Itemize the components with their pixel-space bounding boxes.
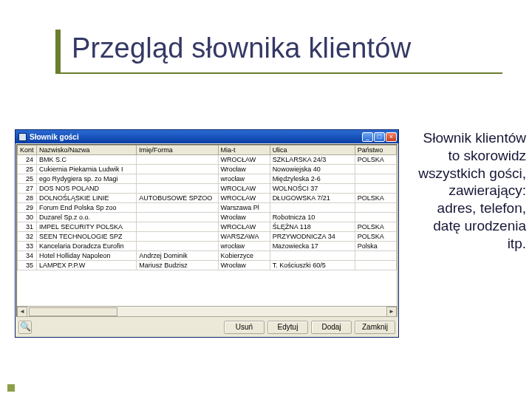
desc-line: Słownik klientów	[408, 129, 526, 147]
cell-form	[137, 203, 218, 213]
col-form[interactable]: Imię/Forma	[137, 146, 218, 155]
cell-city: wrocław	[218, 174, 270, 184]
cell-form	[137, 213, 218, 222]
table-row[interactable]: 24BMK S.CWROCŁAWSZKLARSKA 24/3POLSKA	[18, 155, 397, 165]
cell-form	[137, 222, 218, 232]
cell-id: 27	[18, 184, 37, 194]
edit-button[interactable]: Edytuj	[267, 321, 308, 334]
cell-country	[355, 261, 396, 270]
cell-id: 29	[18, 203, 37, 213]
cell-name: BMK S.C	[37, 155, 137, 165]
cell-street: WOLNOŚCI 37	[270, 184, 355, 194]
cell-country: POLSKA	[355, 232, 396, 242]
table-row[interactable]: 25ego Rydygiera sp. zo MagiwrocławMiędzy…	[18, 174, 397, 184]
cell-city: wrocław	[218, 242, 270, 251]
delete-button[interactable]: Usuń	[224, 321, 265, 334]
table-row[interactable]: 31IMPEL SECURITY POLSKAWROCŁAWŚLĘŻNA 118…	[18, 222, 397, 232]
cell-form	[137, 242, 218, 251]
scroll-track[interactable]	[27, 307, 386, 316]
cell-id: 32	[18, 232, 37, 242]
horizontal-scrollbar[interactable]: ◄ ►	[17, 306, 397, 316]
cell-country	[355, 184, 396, 194]
table-row[interactable]: 34Hotel Holliday NapoleonAndrzej Dominik…	[18, 251, 397, 261]
title-accent-vertical	[55, 30, 61, 72]
cell-name: IMPEL SECURITY POLSKA	[37, 222, 137, 232]
col-street[interactable]: Ulica	[270, 146, 355, 155]
table-row[interactable]: 33Kancelaria Doradcza EurofinwrocławMazo…	[18, 242, 397, 251]
search-button[interactable]: 🔍	[18, 321, 32, 334]
cell-city: WROCŁAW	[218, 194, 270, 203]
col-name[interactable]: Nazwisko/Nazwa	[37, 146, 137, 155]
col-country[interactable]: Państwo	[355, 146, 396, 155]
cell-city: Kobierzyce	[218, 251, 270, 261]
desc-line: adres, telefon,	[408, 200, 526, 217]
table-row[interactable]: 29Forum End Polska Sp zooWarszawa Pl	[18, 203, 397, 213]
cell-name: DOS NOS POLAND	[37, 184, 137, 194]
scroll-left-button[interactable]: ◄	[17, 307, 27, 317]
cell-street: PRZYWODNICZA 34	[270, 232, 355, 242]
cell-id: 34	[18, 251, 37, 261]
scroll-thumb[interactable]	[29, 307, 117, 316]
cell-form: Andrzej Dominik	[137, 251, 218, 261]
data-grid[interactable]: Kont Nazwisko/Nazwa Imię/Forma Mia-t Uli…	[16, 144, 398, 317]
title-accent-horizontal	[55, 72, 502, 74]
table-row[interactable]: 30Duzarel Sp.z o.o.WrocławRobotnicza 10	[18, 213, 397, 222]
desc-line: wszystkich gości,	[408, 165, 526, 183]
table-row[interactable]: 28DOLNOŚLĄSKIE LINIEAUTOBUSOWE SPZOOWROC…	[18, 194, 397, 203]
desc-line: itp.	[408, 235, 526, 253]
app-window: Słownik gości _ □ × Kont Nazwisko/Nazw	[15, 129, 399, 338]
cell-id: 24	[18, 155, 37, 165]
cell-country: POLSKA	[355, 222, 396, 232]
cell-street: DŁUGOWSKA 7/21	[270, 194, 355, 203]
desc-line: datę urodzenia	[408, 217, 526, 235]
cell-country	[355, 203, 396, 213]
cell-street: Mazowiecka 17	[270, 242, 355, 251]
cell-form: Mariusz Budzisz	[137, 261, 218, 270]
cell-city: Warszawa Pl	[218, 203, 270, 213]
cell-city: Wrocław	[218, 213, 270, 222]
cell-city: WROCŁAW	[218, 155, 270, 165]
scroll-right-button[interactable]: ►	[386, 307, 397, 317]
col-city[interactable]: Mia-t	[218, 146, 270, 155]
cell-country	[355, 251, 396, 261]
table-row[interactable]: 35LAMPEX P.P.WMariusz BudziszWrocławT. K…	[18, 261, 397, 270]
cell-form: AUTOBUSOWE SPZOO	[137, 194, 218, 203]
cell-city: WARSZAWA	[218, 232, 270, 242]
description-text: Słownik klientów to skorowidz wszystkich…	[399, 129, 526, 252]
cell-name: Kancelaria Doradcza Eurofin	[37, 242, 137, 251]
minimize-button[interactable]: _	[362, 132, 373, 142]
cell-name: SEEN TECHNOLOGIE SPZ	[37, 232, 137, 242]
cell-street: Nowowiejska 40	[270, 165, 355, 174]
cell-name: Cukiernia Piekarnia Ludwik I	[37, 165, 137, 174]
cell-country	[355, 165, 396, 174]
cell-city: WROCŁAW	[218, 184, 270, 194]
cell-country: POLSKA	[355, 155, 396, 165]
cell-country: Polska	[355, 242, 396, 251]
table-row[interactable]: 32SEEN TECHNOLOGIE SPZWARSZAWAPRZYWODNIC…	[18, 232, 397, 242]
close-window-button[interactable]: ×	[386, 132, 397, 142]
cell-street: T. Kościuszki 60/5	[270, 261, 355, 270]
button-row: 🔍 Usuń Edytuj Dodaj Zamknij	[16, 318, 398, 337]
cell-form	[137, 174, 218, 184]
slide-title: Przegląd słownika klientów	[72, 30, 532, 64]
cell-id: 33	[18, 242, 37, 251]
cell-id: 31	[18, 222, 37, 232]
titlebar: Słownik gości _ □ ×	[16, 130, 398, 143]
close-button[interactable]: Zamknij	[355, 321, 395, 334]
table-row[interactable]: 27DOS NOS POLANDWROCŁAWWOLNOŚCI 37	[18, 184, 397, 194]
cell-id: 25	[18, 165, 37, 174]
cell-name: DOLNOŚLĄSKIE LINIE	[37, 194, 137, 203]
table-row[interactable]: 25Cukiernia Piekarnia Ludwik IWrocławNow…	[18, 165, 397, 174]
cell-id: 25	[18, 174, 37, 184]
add-button[interactable]: Dodaj	[311, 321, 352, 334]
cell-form	[137, 232, 218, 242]
maximize-button[interactable]: □	[374, 132, 385, 142]
grid-header-row: Kont Nazwisko/Nazwa Imię/Forma Mia-t Uli…	[18, 146, 397, 155]
cell-street: Międzyleska 2-6	[270, 174, 355, 184]
window-title: Słownik gości	[30, 133, 362, 141]
desc-line: zawierający:	[408, 182, 526, 200]
cell-country	[355, 174, 396, 184]
col-id[interactable]: Kont	[18, 146, 37, 155]
cell-street: ŚLĘŻNA 118	[270, 222, 355, 232]
cell-country	[355, 213, 396, 222]
